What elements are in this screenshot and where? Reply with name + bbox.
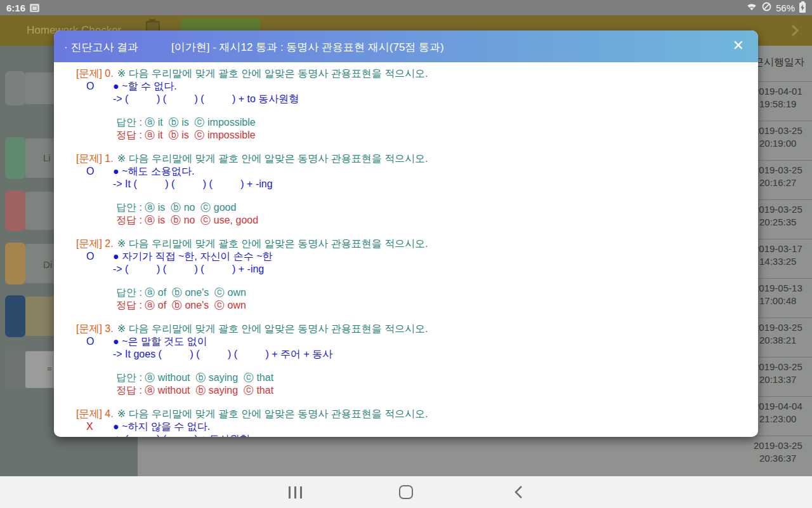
question-block: [문제] 2.※ 다음 우리말에 맞게 괄호 안에 알맞은 동명사 관용표현을 … xyxy=(76,237,745,312)
question-label: [문제] 2. xyxy=(76,238,114,249)
answer-pattern: -> ( ) ( ) ( ) + -ing xyxy=(76,263,745,276)
color-tab xyxy=(5,190,25,231)
question-block: [문제] 0.※ 다음 우리말에 맞게 괄호 안에 알맞은 동명사 관용표현을 … xyxy=(76,67,745,142)
student-answer: 답안 : ⓐ of ⓑ one's ⓒ own xyxy=(76,286,745,299)
question-prompt: ● 자기가 직접 ~한, 자신이 손수 ~한 xyxy=(113,250,272,263)
notification-icon xyxy=(30,4,39,12)
result-mark: O xyxy=(76,80,113,93)
date-cell: 2019-03-2520:19:00 xyxy=(754,121,812,160)
color-tab xyxy=(5,137,25,179)
question-text: ※ 다음 우리말에 맞게 괄호 안에 알맞은 동명사 관용표현을 적으시오. xyxy=(117,153,428,164)
android-nav-bar xyxy=(0,476,812,508)
question-block: [문제] 3.※ 다음 우리말에 맞게 괄호 안에 알맞은 동명사 관용표현을 … xyxy=(76,323,745,397)
question-label: [문제] 3. xyxy=(76,323,114,334)
date-cell: 2019-03-2520:16:27 xyxy=(754,160,812,199)
question-prompt: ● ~할 수 없다. xyxy=(113,80,177,93)
wifi-icon xyxy=(746,2,757,13)
answer-pattern: -> It goes ( ) ( ) ( ) + 주어 + 동사 xyxy=(76,348,745,361)
color-tab xyxy=(5,71,25,105)
color-tab xyxy=(5,295,25,337)
date-cell: 2019-03-1714:33:25 xyxy=(754,239,812,278)
date-cell: 2019-04-0119:58:19 xyxy=(754,81,812,121)
home-icon[interactable] xyxy=(387,476,425,508)
battery-charging-icon xyxy=(799,3,806,13)
do-not-disturb-icon xyxy=(762,2,771,14)
question-label: [문제] 4. xyxy=(76,408,114,419)
date-cell: 2019-05-1317:00:48 xyxy=(754,278,812,318)
recents-icon[interactable] xyxy=(276,476,314,508)
student-answer: 답안 : ⓐ it ⓑ is ⓒ impossible xyxy=(76,116,745,129)
question-text: ※ 다음 우리말에 맞게 괄호 안에 알맞은 동명사 관용표현을 적으시오. xyxy=(117,408,428,419)
answer-pattern: -> ( ) ( ) ( ) + to 동사원형 xyxy=(76,93,745,105)
correct-answer: 정답 : ⓐ is ⓑ no ⓒ use, good xyxy=(76,214,745,227)
recent-date-column: 최근시행일자 2019-04-0119:58:19 2019-03-2520:1… xyxy=(754,15,812,476)
diagnostic-result-modal: · 진단고사 결과 [이가현] - 재시12 통과 : 동명사 관용표현 재시(… xyxy=(54,30,758,437)
question-text: ※ 다음 우리말에 맞게 괄호 안에 알맞은 동명사 관용표현을 적으시오. xyxy=(117,238,428,249)
result-mark: O xyxy=(76,335,113,348)
date-cell: 2019-03-2520:25:35 xyxy=(754,199,812,239)
list-item-label: Di xyxy=(43,259,52,270)
answer-pattern: -> ( ) ( ) + 동사원형 xyxy=(76,433,745,437)
question-block: [문제] 1.※ 다음 우리말에 맞게 괄호 안에 알맞은 동명사 관용표현을 … xyxy=(76,152,745,227)
question-prompt: ● ~하지 않을 수 없다. xyxy=(113,420,210,433)
answer-pattern: -> It ( ) ( ) ( ) + -ing xyxy=(76,178,745,190)
question-text: ※ 다음 우리말에 맞게 괄호 안에 알맞은 동명사 관용표현을 적으시오. xyxy=(117,68,428,79)
question-block: [문제] 4.※ 다음 우리말에 맞게 괄호 안에 알맞은 동명사 관용표현을 … xyxy=(76,408,745,437)
student-answer: 답안 : ⓐ without ⓑ saying ⓒ that xyxy=(76,371,745,384)
status-bar: 6:16 56% xyxy=(0,0,812,15)
modal-title: · 진단고사 결과 xyxy=(64,40,138,55)
result-mark: X xyxy=(76,420,113,433)
student-answer: 답안 : ⓐ is ⓑ no ⓒ good xyxy=(76,201,745,214)
result-mark: O xyxy=(76,165,113,178)
back-icon[interactable] xyxy=(499,476,537,508)
question-prompt: ● ~해도 소용없다. xyxy=(113,165,194,178)
close-icon[interactable]: ✕ xyxy=(733,37,744,55)
question-label: [문제] 1. xyxy=(76,153,114,164)
color-tab xyxy=(5,243,25,284)
color-tab xyxy=(5,350,25,389)
list-item-label: = xyxy=(47,364,52,373)
modal-header: · 진단고사 결과 [이가현] - 재시12 통과 : 동명사 관용표현 재시(… xyxy=(54,30,758,62)
correct-answer: 정답 : ⓐ without ⓑ saying ⓒ that xyxy=(76,384,745,397)
battery-percent: 56% xyxy=(776,3,795,13)
clock: 6:16 xyxy=(6,3,25,13)
date-cell: 2019-04-0421:23:00 xyxy=(754,396,812,436)
question-label: [문제] 0. xyxy=(76,68,114,79)
list-item-label: Li xyxy=(43,152,51,163)
correct-answer: 정답 : ⓐ of ⓑ one's ⓒ own xyxy=(76,299,745,312)
correct-answer: 정답 : ⓐ it ⓑ is ⓒ impossible xyxy=(76,129,745,142)
modal-body[interactable]: [문제] 0.※ 다음 우리말에 맞게 괄호 안에 알맞은 동명사 관용표현을 … xyxy=(54,62,758,437)
date-cell: 2019-03-2520:36:37 xyxy=(754,436,812,475)
result-mark: O xyxy=(76,250,113,263)
date-cell: 2019-03-2520:13:37 xyxy=(754,357,812,396)
date-cell: 2019-03-2520:38:21 xyxy=(754,318,812,357)
modal-subtitle: [이가현] - 재시12 통과 : 동명사 관용표현 재시(75점 통과) xyxy=(171,40,444,55)
question-text: ※ 다음 우리말에 맞게 괄호 안에 알맞은 동명사 관용표현을 적으시오. xyxy=(117,323,428,334)
question-prompt: ● ~은 말할 것도 없이 xyxy=(113,335,207,348)
